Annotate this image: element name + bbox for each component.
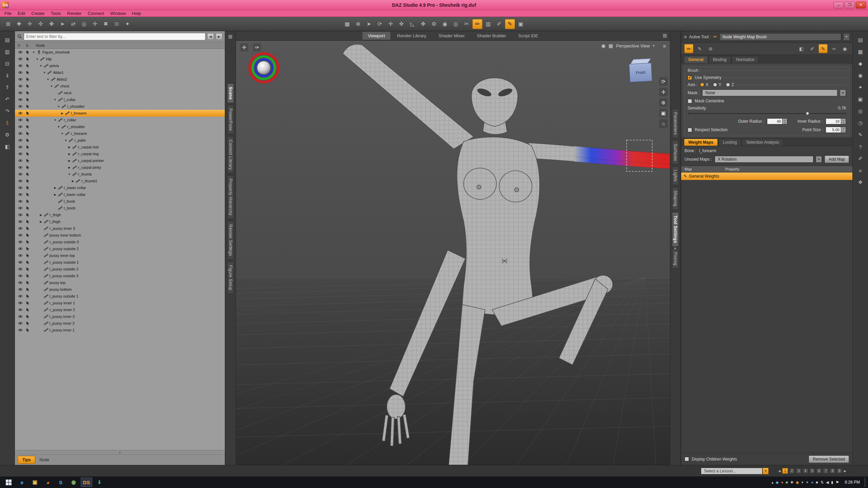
selectability-cursor-icon[interactable] — [24, 308, 32, 312]
visibility-eye-icon[interactable] — [17, 118, 24, 122]
visibility-eye-icon[interactable] — [17, 261, 24, 264]
minimize-button[interactable]: – — [833, 2, 844, 8]
workspace-tab[interactable]: Script IDE — [513, 32, 544, 40]
weight-maps-tab[interactable]: Selection Analysis — [742, 139, 784, 146]
pane-options-icon[interactable]: ▤ — [228, 34, 232, 39]
erase-brush-icon[interactable]: ⊘ — [706, 44, 715, 53]
scene-node-row[interactable]: l_pussy outside 1 — [15, 293, 225, 300]
home-view-icon[interactable]: ⌂ — [659, 119, 668, 128]
remove-selected-button[interactable]: Remove Selected — [809, 455, 849, 463]
pane-collapse-arrow[interactable]: ◀ — [229, 247, 231, 250]
tray-battery-icon[interactable]: ▮ — [831, 481, 833, 484]
workspace-tab[interactable]: Shader Builder — [472, 32, 512, 40]
camera-icon[interactable]: ▣ — [516, 19, 526, 29]
menu-item[interactable]: Window — [107, 11, 129, 16]
selectability-cursor-icon[interactable] — [24, 84, 32, 88]
visibility-eye-icon[interactable] — [17, 213, 24, 217]
pager-page-button[interactable]: 6 — [816, 468, 822, 474]
visibility-eye-icon[interactable] — [17, 281, 24, 284]
memorize-icon[interactable]: ✦ — [122, 19, 133, 29]
expander-icon[interactable]: ▼ — [67, 173, 72, 176]
selectability-cursor-icon[interactable] — [24, 260, 32, 264]
scene-node-row[interactable]: ▼ Hip — [15, 56, 225, 62]
scene-node-row[interactable]: pussy inner top — [15, 252, 225, 259]
scene-node-row[interactable]: l_pussy outside 2 — [15, 266, 225, 272]
pane-tab[interactable]: Scene — [227, 83, 234, 103]
workspace-tab[interactable]: Shader Mixer — [433, 32, 470, 40]
expander-icon[interactable]: ▶ — [53, 193, 57, 196]
scene-node-row[interactable]: ▼ r_collar — [15, 117, 225, 123]
selectability-cursor-icon[interactable] — [24, 314, 32, 319]
pane-tab[interactable]: Property Hierarchy — [227, 175, 234, 219]
lesson-select[interactable]: Select a Lesson... — [701, 468, 763, 474]
selectability-cursor-icon[interactable] — [24, 213, 32, 217]
scene-node-row[interactable]: ▼ r_forearm — [15, 130, 225, 137]
visibility-eye-icon[interactable] — [17, 267, 24, 271]
add-bone-icon[interactable]: ✚ — [14, 19, 24, 29]
selectability-cursor-icon[interactable] — [24, 253, 32, 258]
pane-tab[interactable]: Render Settings — [227, 221, 234, 260]
selectability-cursor-icon[interactable] — [24, 267, 32, 271]
selectability-cursor-icon[interactable] — [24, 287, 32, 291]
pager-page-button[interactable]: 9 — [836, 468, 842, 474]
visibility-eye-icon[interactable] — [17, 152, 24, 156]
visibility-eye-icon[interactable] — [17, 233, 24, 237]
selectability-cursor-icon[interactable] — [24, 206, 32, 210]
sensitivity-slider-handle[interactable] — [805, 111, 810, 116]
selectability-cursor-icon[interactable] — [24, 131, 32, 136]
expander-icon[interactable]: ▼ — [57, 125, 61, 128]
pin-icon[interactable]: ✑ — [253, 43, 261, 52]
selectability-cursor-icon[interactable] — [24, 50, 32, 54]
selectability-cursor-icon[interactable] — [24, 57, 32, 61]
scene-node-row[interactable]: ▼ Abbs1 — [15, 69, 225, 76]
paint-brush-icon[interactable]: ✏ — [684, 44, 693, 53]
expander-icon[interactable]: ▼ — [60, 132, 64, 135]
weight-maps-tab[interactable]: Weight Maps — [684, 139, 718, 146]
inner-radius-field[interactable] — [826, 118, 841, 124]
pager-page-button[interactable]: 8 — [830, 468, 835, 474]
menu-item[interactable]: Create — [28, 11, 47, 16]
scene-node-row[interactable]: ▶ l_thigh — [15, 218, 225, 225]
visibility-eye-icon[interactable] — [17, 294, 24, 298]
active-tool-dropdown-arrow[interactable]: ▼ — [844, 33, 850, 41]
settings-tab[interactable]: General — [684, 56, 708, 63]
pane-tab[interactable]: Lights — [672, 166, 679, 185]
rotate-tool-icon[interactable]: ⟳ — [375, 19, 385, 29]
cube-icon[interactable]: ◧ — [3, 142, 12, 151]
scene-node-row[interactable]: ▶ r_carpal pointer — [15, 157, 225, 164]
selectability-cursor-icon[interactable] — [24, 70, 32, 75]
tool-panel-icon[interactable]: ✐ — [856, 154, 865, 163]
selectability-cursor-icon[interactable] — [24, 104, 32, 108]
scene-node-row[interactable]: r_pussy outside 3 — [15, 239, 225, 245]
selectability-cursor-icon[interactable] — [24, 91, 32, 95]
selectability-cursor-icon[interactable] — [24, 328, 32, 332]
redo-icon[interactable]: ↷ — [3, 106, 12, 116]
pane-layout-icon[interactable]: ▤ — [663, 33, 667, 38]
selectability-cursor-icon[interactable] — [24, 247, 32, 251]
visibility-eye-icon[interactable] — [17, 227, 24, 230]
bone-edit-icon[interactable]: ✣ — [36, 19, 46, 29]
expander-icon[interactable]: ▶ — [67, 152, 72, 156]
visibility-eye-icon[interactable] — [17, 145, 24, 149]
inner-radius-down-icon[interactable]: ▼ — [841, 121, 846, 124]
lights-panel-icon[interactable]: ✦ — [856, 83, 865, 92]
visibility-eye-icon[interactable] — [17, 179, 24, 183]
smooth-brush-icon[interactable]: ✎ — [695, 44, 704, 53]
start-button[interactable] — [2, 477, 15, 487]
expander-icon[interactable]: ▼ — [53, 119, 57, 122]
cameras-panel-icon[interactable]: ▣ — [856, 95, 865, 104]
tray-network-icon[interactable]: ⇅ — [821, 481, 824, 484]
scene-node-row[interactable]: pussy inner bottom — [15, 232, 225, 239]
menu-item[interactable]: Render — [64, 11, 85, 16]
orbit-icon[interactable]: ⟳ — [659, 77, 668, 86]
visibility-eye-icon[interactable] — [17, 98, 24, 101]
scene-node-row[interactable]: pussy top — [15, 279, 225, 286]
surfaces-panel-icon[interactable]: ◉ — [856, 71, 865, 80]
selectability-cursor-icon[interactable] — [24, 226, 32, 230]
lesson-dropdown-arrow[interactable]: ▼ — [763, 468, 769, 474]
scripts-panel-icon[interactable]: ✎ — [856, 130, 865, 140]
scene-node-row[interactable]: ▶ r_thigh — [15, 211, 225, 218]
scene-node-row[interactable]: ▼ Figure_shesheik — [15, 49, 225, 56]
selectability-cursor-icon[interactable] — [24, 152, 32, 156]
expander-icon[interactable]: ▶ — [39, 220, 43, 223]
